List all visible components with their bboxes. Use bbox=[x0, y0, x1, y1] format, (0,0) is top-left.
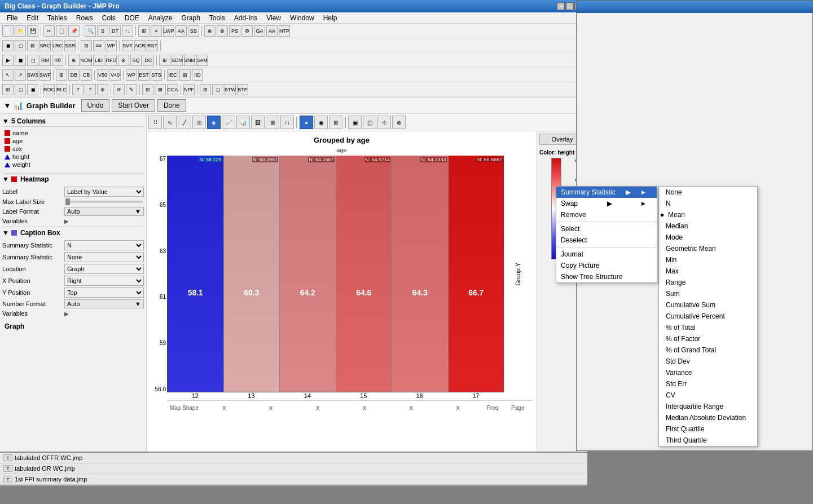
tb-btn-11[interactable]: SS bbox=[188, 25, 199, 37]
tb4-btn-8[interactable]: V50 bbox=[97, 69, 108, 81]
tb5-btn-5[interactable]: RLC bbox=[56, 84, 67, 95]
tb2-btn-1[interactable]: ◼ bbox=[2, 40, 14, 51]
tb3-btn-5[interactable]: Rθ bbox=[52, 55, 63, 66]
slider-thumb[interactable] bbox=[65, 198, 70, 205]
tb-btn-4[interactable]: S bbox=[97, 25, 108, 37]
location-select[interactable]: Graph bbox=[64, 264, 144, 274]
tb5-btn-6[interactable]: ? bbox=[72, 84, 84, 95]
heatmap-variables-arrow[interactable]: ▶ bbox=[64, 218, 69, 224]
submenu-pct-total[interactable]: % of Total bbox=[659, 322, 757, 333]
menu-tools[interactable]: Tools bbox=[205, 13, 230, 23]
submenu-median[interactable]: Median bbox=[659, 220, 757, 232]
tb5-btn-1[interactable]: ⊞ bbox=[2, 84, 14, 95]
tb5-btn-13[interactable]: CCA bbox=[167, 84, 178, 95]
menu-addins[interactable]: Add-Ins bbox=[230, 13, 262, 23]
submenu-std-dev[interactable]: Std Dev bbox=[659, 356, 757, 367]
graph-type-network[interactable]: ⊗ bbox=[392, 116, 406, 129]
done-button[interactable]: Done bbox=[157, 99, 186, 112]
tb4-btn-9[interactable]: V40 bbox=[109, 69, 121, 81]
numfmt-control[interactable]: Auto ▼ bbox=[64, 299, 144, 308]
ctx-journal[interactable]: Journal bbox=[556, 249, 657, 260]
ypos-select[interactable]: Top bbox=[64, 288, 144, 298]
tb-btn-17[interactable]: AA bbox=[266, 25, 278, 37]
bar-17[interactable]: N: 66.6667 66.7 bbox=[449, 156, 504, 392]
graph-type-geo2[interactable]: ⊹ bbox=[377, 116, 391, 129]
tb5-btn-3[interactable]: ◼ bbox=[27, 84, 38, 95]
ctx-show-tree[interactable]: Show Tree Structure bbox=[556, 271, 657, 282]
submenu-pct-grand-total[interactable]: % of Grand Total bbox=[659, 344, 757, 356]
menu-cols[interactable]: Cols bbox=[98, 13, 120, 23]
tb-paste[interactable]: 📌 bbox=[68, 25, 80, 37]
start-over-button[interactable]: Start Over bbox=[112, 99, 155, 112]
tb4-btn-1[interactable]: ↖ bbox=[2, 69, 14, 81]
column-sex[interactable]: sex bbox=[2, 145, 144, 153]
label-format-control[interactable]: Auto ▼ bbox=[64, 207, 144, 216]
ctx-swap[interactable]: Swap ▶ bbox=[556, 198, 657, 209]
bar-13[interactable]: N: 60.2857 60.3 bbox=[224, 156, 280, 392]
bar-14[interactable]: N: 64.1667 64.2 bbox=[280, 156, 336, 392]
ctx-deselect[interactable]: Deselect bbox=[556, 235, 657, 246]
tb-btn-7[interactable]: ⊞ bbox=[138, 25, 150, 37]
tb3-btn-14[interactable]: SDM bbox=[172, 55, 183, 66]
tb-btn-10[interactable]: AA bbox=[175, 25, 187, 37]
tb3-btn-9[interactable]: RFO bbox=[106, 55, 117, 66]
ss1-select[interactable]: N bbox=[64, 240, 144, 250]
tb4-btn-2[interactable]: ↗ bbox=[15, 69, 26, 81]
submenu-range[interactable]: Range bbox=[659, 277, 757, 288]
tb4-btn-6[interactable]: DB bbox=[68, 69, 80, 81]
submenu-geometric-mean[interactable]: Geometric Mean bbox=[659, 243, 757, 254]
graph-type-heatmap[interactable]: ◈ bbox=[207, 116, 221, 129]
tb5-btn-4[interactable]: ROC bbox=[43, 84, 55, 95]
menu-edit[interactable]: Edit bbox=[22, 13, 43, 23]
graph-type-donut[interactable]: ◉ bbox=[314, 116, 328, 129]
tb-btn-13[interactable]: ⊗ bbox=[217, 25, 228, 37]
submenu-min[interactable]: Min bbox=[659, 254, 757, 266]
file-tab-2[interactable]: T tabulated OR WC.jmp bbox=[0, 463, 587, 474]
graph-type-layered[interactable]: ↑↓ bbox=[280, 116, 294, 129]
graph-type-geo1[interactable]: ◫ bbox=[363, 116, 376, 129]
menu-window[interactable]: Window bbox=[285, 13, 319, 23]
tb2-btn-9[interactable]: WP bbox=[106, 40, 117, 51]
graph-type-bar[interactable]: 📊 bbox=[236, 116, 250, 129]
ctx-remove[interactable]: Remove bbox=[556, 209, 657, 220]
tb3-btn-11[interactable]: SQ bbox=[130, 55, 142, 66]
tb-btn-5[interactable]: DT bbox=[109, 25, 121, 37]
menu-file[interactable]: File bbox=[2, 13, 22, 23]
tb5-btn-12[interactable]: ⊠ bbox=[155, 84, 166, 95]
tb5-btn-10[interactable]: ✎ bbox=[126, 84, 137, 95]
submenu-cv[interactable]: CV bbox=[659, 390, 757, 401]
tb3-btn-6[interactable]: ⊕ bbox=[68, 55, 80, 66]
tb-btn-12[interactable]: ⊕ bbox=[204, 25, 216, 37]
tb4-btn-12[interactable]: STS bbox=[151, 69, 162, 81]
tb3-btn-2[interactable]: ◼ bbox=[15, 55, 26, 66]
submenu-mean[interactable]: ● Mean bbox=[659, 209, 757, 220]
tb-btn-3[interactable]: 🔍 bbox=[85, 25, 96, 37]
tb-open[interactable]: 📁 bbox=[15, 25, 26, 37]
tb-btn-6[interactable]: ↑↓ bbox=[122, 25, 133, 37]
submenu-q1[interactable]: First Quartile bbox=[659, 423, 757, 435]
graph-type-pie[interactable]: ● bbox=[300, 116, 313, 129]
submenu-iqr[interactable]: Interquartile Range bbox=[659, 401, 757, 412]
submenu-cumulative-percent[interactable]: Cumulative Percent bbox=[659, 311, 757, 322]
graph-type-scatter[interactable]: ⠿ bbox=[148, 116, 162, 129]
submenu-q3[interactable]: Third Quartile bbox=[659, 435, 757, 446]
graph-type-3d[interactable]: ▣ bbox=[348, 116, 362, 129]
graph-type-map[interactable]: ⊞ bbox=[266, 116, 279, 129]
menu-tables[interactable]: Tables bbox=[43, 13, 72, 23]
tb5-btn-7[interactable]: ? bbox=[85, 84, 96, 95]
graph-type-treemap[interactable]: ⊞ bbox=[329, 116, 342, 129]
caption-box-expand-arrow[interactable]: ▼ bbox=[2, 229, 9, 237]
tb3-btn-8[interactable]: LID bbox=[93, 55, 104, 66]
tb5-btn-9[interactable]: ⟳ bbox=[113, 84, 125, 95]
menu-help[interactable]: Help bbox=[319, 13, 342, 23]
bar-16[interactable]: N: 64.3333 64.3 bbox=[392, 156, 449, 392]
tb4-btn-15[interactable]: IID bbox=[192, 69, 203, 81]
tb3-btn-13[interactable]: ⊞ bbox=[159, 55, 170, 66]
columns-expand[interactable]: ▼ bbox=[2, 117, 9, 125]
menu-rows[interactable]: Rows bbox=[72, 13, 98, 23]
tb-cut[interactable]: ✂ bbox=[43, 25, 55, 37]
graph-type-image[interactable]: 🖼 bbox=[251, 116, 265, 129]
tb5-btn-15[interactable]: ⊞ bbox=[200, 84, 211, 95]
heatmap-expand[interactable]: ▼ bbox=[2, 175, 9, 183]
tb5-btn-8[interactable]: ⊕ bbox=[97, 84, 108, 95]
